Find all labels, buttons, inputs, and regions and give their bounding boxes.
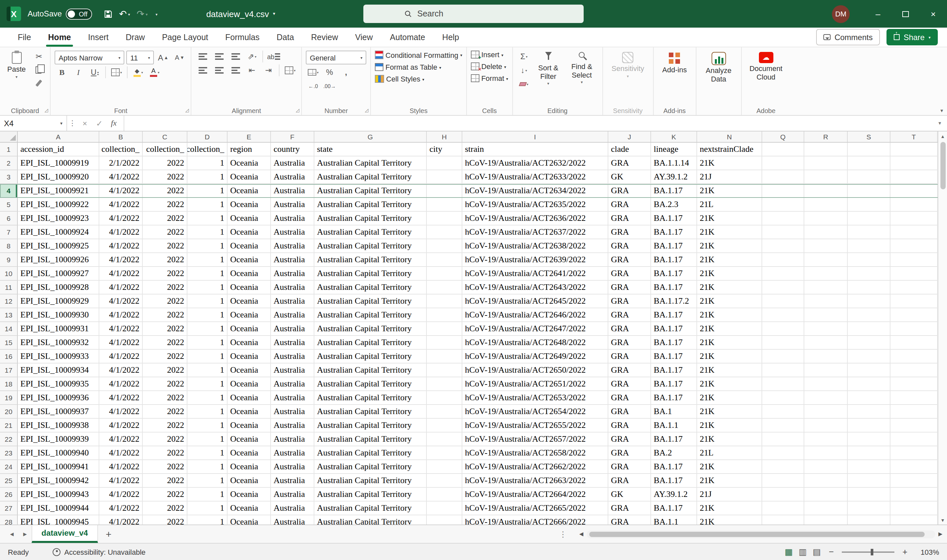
cell-F11[interactable]: Australia [271,281,314,294]
cell-N18[interactable]: 21K [697,377,762,391]
cell-K12[interactable]: BA.1.17.2 [651,294,697,308]
cell-E7[interactable]: Oceania [228,225,271,239]
cell-S21[interactable] [848,419,890,432]
cell-J9[interactable]: GRA [608,253,651,267]
cell-T23[interactable] [890,446,938,460]
cell-H7[interactable] [427,225,462,239]
column-header-N[interactable]: N [697,131,762,142]
cell-E20[interactable]: Oceania [228,405,271,419]
cell-R21[interactable] [804,419,848,432]
cell-B8[interactable]: 4/1/2022 [99,239,143,253]
cell-T20[interactable] [890,405,938,419]
cell-R6[interactable] [804,212,848,225]
number-dialog-launcher[interactable]: ◿ [365,108,369,113]
cell-A28[interactable]: EPI_ISL_10009945 [18,515,99,525]
cell-G23[interactable]: Australian Capital Territory [314,446,427,460]
cell-S6[interactable] [848,212,890,225]
align-left-button[interactable] [195,65,210,76]
decrease-decimal-button[interactable]: .00→ [322,80,337,92]
cell-H3[interactable] [427,170,462,184]
page-layout-view-button[interactable]: ▥ [799,547,807,557]
cell-C11[interactable]: 2022 [143,281,188,294]
cell-J15[interactable]: GRA [608,336,651,350]
row-header-14[interactable]: 14 [0,322,18,336]
cell-G10[interactable]: Australian Capital Territory [314,267,427,281]
cell-H1[interactable]: city [427,143,462,157]
cell-R26[interactable] [804,488,848,502]
cell-B28[interactable]: 4/1/2022 [99,515,143,525]
cell-R23[interactable] [804,446,848,460]
cell-A19[interactable]: EPI_ISL_10009936 [18,391,99,405]
cell-D17[interactable]: 1 [188,363,228,377]
cell-B19[interactable]: 4/1/2022 [99,391,143,405]
cell-H12[interactable] [427,294,462,308]
cell-A6[interactable]: EPI_ISL_10009923 [18,212,99,225]
cell-S9[interactable] [848,253,890,267]
cell-I15[interactable]: hCoV-19/Australia/ACT2648/2022 [462,336,608,350]
cell-A17[interactable]: EPI_ISL_10009934 [18,363,99,377]
cell-F15[interactable]: Australia [271,336,314,350]
cell-H15[interactable] [427,336,462,350]
cell-F16[interactable]: Australia [271,350,314,363]
tab-home[interactable]: Home [40,28,79,47]
tab-review[interactable]: Review [302,28,346,47]
cell-K24[interactable]: BA.1.17 [651,460,697,474]
cell-G2[interactable]: Australian Capital Territory [314,157,427,170]
row-header-18[interactable]: 18 [0,377,18,391]
cell-I3[interactable]: hCoV-19/Australia/ACT2633/2022 [462,170,608,184]
cell-I2[interactable]: hCoV-19/Australia/ACT2632/2022 [462,157,608,170]
cell-Q26[interactable] [762,488,804,502]
excel-app-icon[interactable]: X [6,6,21,21]
cell-R22[interactable] [804,432,848,446]
cell-T17[interactable] [890,363,938,377]
row-header-8[interactable]: 8 [0,239,18,253]
row-header-10[interactable]: 10 [0,267,18,281]
cell-K14[interactable]: BA.1.17 [651,322,697,336]
cell-S11[interactable] [848,281,890,294]
cell-E1[interactable]: region [228,143,271,157]
align-center-button[interactable] [212,65,226,76]
cell-K10[interactable]: BA.1.17 [651,267,697,281]
cell-Q14[interactable] [762,322,804,336]
cell-K18[interactable]: BA.1.17 [651,377,697,391]
cell-A11[interactable]: EPI_ISL_10009928 [18,281,99,294]
scroll-right-icon[interactable]: ▶ [935,531,946,537]
cell-C16[interactable]: 2022 [143,350,188,363]
cell-S20[interactable] [848,405,890,419]
cell-R3[interactable] [804,170,848,184]
comments-button[interactable]: Comments [816,29,880,45]
cell-B18[interactable]: 4/1/2022 [99,377,143,391]
column-header-D[interactable]: D [188,131,228,142]
cell-B25[interactable]: 4/1/2022 [99,474,143,488]
autosave-control[interactable]: AutoSave Off [28,8,92,19]
cell-T8[interactable] [890,239,938,253]
cell-F23[interactable]: Australia [271,446,314,460]
cell-N25[interactable]: 21K [697,474,762,488]
column-header-F[interactable]: F [271,131,314,142]
cell-H13[interactable] [427,308,462,322]
cell-B20[interactable]: 4/1/2022 [99,405,143,419]
cell-A5[interactable]: EPI_ISL_10009922 [18,198,99,212]
undo-button[interactable]: ↶▾ [116,7,133,20]
cell-J5[interactable]: GRA [608,198,651,212]
increase-indent-button[interactable]: ⇥ [261,65,276,76]
cell-I16[interactable]: hCoV-19/Australia/ACT2649/2022 [462,350,608,363]
align-bottom-button[interactable] [228,51,243,62]
wrap-text-button[interactable]: ab [266,51,281,62]
name-box[interactable]: X4▾ [0,116,67,131]
cell-C15[interactable]: 2022 [143,336,188,350]
cell-S13[interactable] [848,308,890,322]
cell-C10[interactable]: 2022 [143,267,188,281]
row-header-6[interactable]: 6 [0,212,18,225]
cell-C24[interactable]: 2022 [143,460,188,474]
cell-G17[interactable]: Australian Capital Territory [314,363,427,377]
cell-C6[interactable]: 2022 [143,212,188,225]
cell-D11[interactable]: 1 [188,281,228,294]
cell-T28[interactable] [890,515,938,525]
cell-T5[interactable] [890,198,938,212]
scroll-left-icon[interactable]: ◀ [576,531,587,537]
cell-B13[interactable]: 4/1/2022 [99,308,143,322]
new-sheet-button[interactable]: + [106,528,111,540]
cell-I21[interactable]: hCoV-19/Australia/ACT2655/2022 [462,419,608,432]
cell-Q10[interactable] [762,267,804,281]
